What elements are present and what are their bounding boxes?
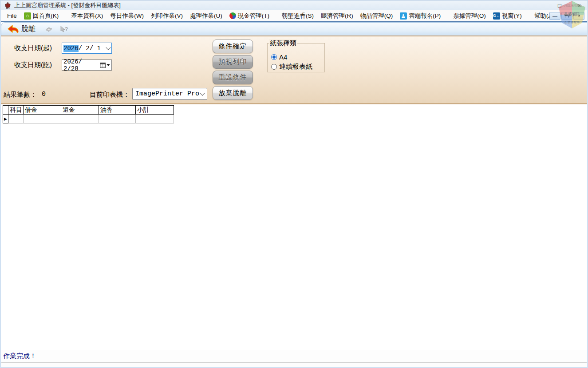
minimize-button[interactable]: — (537, 2, 544, 9)
date-to-text: 2026/ 2/28 (63, 58, 100, 72)
status-bar: 作業完成！ (1, 350, 587, 368)
paper-type-groupbox: 紙張種類 A4 連續報表紙 (267, 43, 325, 72)
chevron-down-icon[interactable] (106, 45, 110, 50)
svg-text:?: ? (65, 26, 68, 32)
pie-chart-icon (229, 12, 236, 19)
home-icon: ⌂ (24, 12, 31, 20)
menu-pilgrimage[interactable]: 朝聖進香(S) (278, 11, 317, 21)
chevron-down-icon (200, 91, 205, 95)
result-count-value: 0 (42, 91, 46, 98)
radio-selected-icon[interactable] (271, 54, 277, 60)
preview-print-button: 預視列印 (213, 55, 253, 69)
detach-button[interactable]: 脫離 (5, 24, 38, 35)
stamp-icon-disabled (44, 26, 53, 33)
report-criteria-panel: 收支日期(起) 2026/ 2/ 1 收支日期(訖) 2026/ 2/28 結果… (1, 36, 587, 104)
menu-window[interactable]: G← 視窗(Y) (489, 11, 525, 21)
menu-file[interactable]: File (4, 11, 20, 20)
paper-type-title: 紙張種類 (269, 39, 297, 47)
reset-criteria-button: 重設條件 (213, 71, 253, 84)
menu-bar: File ⌂ 回首頁(K) 基本資料(X) 每日作業(W) 列印作業(V) 處理… (1, 10, 587, 22)
red-back-arrow-icon (8, 25, 19, 34)
mdi-window-controls: — × (549, 12, 584, 20)
help-cursor-icon[interactable]: ? (59, 26, 69, 33)
cell-subject[interactable] (8, 115, 24, 123)
result-table: 科目 借金 還金 油香 小計 ▶ (3, 105, 174, 123)
menu-basic-data[interactable]: 基本資料(X) (67, 11, 107, 21)
col-header-borrowed[interactable]: 借金 (24, 106, 61, 115)
col-header-subject[interactable]: 科目 (8, 106, 24, 115)
date-picker-button[interactable] (100, 63, 110, 68)
paper-option-a4[interactable]: A4 (271, 53, 287, 61)
date-to-label: 收支日期(訖) (14, 61, 52, 69)
mdi-close-button[interactable]: × (573, 12, 584, 20)
paper-option-a4-label: A4 (279, 53, 287, 61)
menu-goods-management[interactable]: 物品管理(Q) (357, 11, 397, 21)
confirm-criteria-button[interactable]: 條件確定 (213, 40, 253, 53)
col-header-returned[interactable]: 還金 (61, 106, 99, 115)
date-to-input[interactable]: 2026/ 2/28 (62, 59, 112, 71)
cell-borrowed[interactable] (24, 115, 61, 123)
col-header-incense[interactable]: 油香 (99, 106, 136, 115)
col-header-subtotal[interactable]: 小計 (136, 106, 174, 115)
date-from-selected-text: 2026 (63, 45, 79, 52)
paper-option-continuous-label: 連續報表紙 (279, 63, 312, 71)
detach-label: 脫離 (21, 24, 36, 34)
menu-home-select[interactable]: 首頁選擇(L) (585, 11, 588, 21)
menu-process-work[interactable]: 處理作業(U) (186, 11, 226, 21)
row-selector-header (3, 106, 8, 115)
paper-option-continuous[interactable]: 連續報表紙 (271, 63, 312, 71)
table-header-row: 科目 借金 還金 油香 小計 (3, 105, 174, 115)
app-lantern-icon (4, 2, 11, 9)
g-window-icon: G← (493, 12, 500, 20)
title-bar: 上上籤宮廟管理系統 - [發財金科目匯總表] — □ × (1, 0, 587, 10)
mdi-client-area: 科目 借金 還金 油香 小計 ▶ (1, 104, 587, 350)
menu-home[interactable]: ⌂ 回首頁(K) (20, 11, 63, 21)
calendar-icon (100, 63, 106, 68)
menu-ticket-management[interactable]: 票據管理(O) (450, 11, 489, 21)
radio-unselected-icon[interactable] (271, 64, 277, 70)
menu-cloud-registration[interactable]: 雲端報名(P) (396, 11, 444, 21)
dropdown-arrow-icon (107, 64, 110, 66)
menu-relief-management[interactable]: 賑濟管理(R) (317, 11, 357, 21)
abandon-detach-button[interactable]: 放棄脫離 (213, 86, 253, 100)
date-from-input[interactable]: 2026/ 2/ 1 (62, 43, 112, 54)
maximize-button[interactable]: □ (556, 2, 563, 9)
result-count-label: 結果筆數： (4, 91, 37, 99)
mdi-minimize-button[interactable]: — (549, 12, 560, 20)
person-icon (400, 12, 407, 20)
row-selector-arrow-icon: ▶ (3, 115, 8, 123)
cell-subtotal[interactable] (136, 115, 174, 123)
date-from-label: 收支日期(起) (14, 44, 52, 52)
menu-cash-management[interactable]: 現金管理(T) (226, 11, 273, 21)
cell-incense[interactable] (99, 115, 136, 123)
printer-label: 目前印表機： (90, 91, 130, 99)
status-message: 作業完成！ (3, 352, 36, 360)
menu-daily-work[interactable]: 每日作業(W) (107, 11, 147, 21)
app-window: 上上籤宮廟管理系統 - [發財金科目匯總表] — □ × File ⌂ 回首頁(… (0, 0, 588, 368)
toolbar: 脫離 ? (1, 22, 587, 36)
printer-value: ImagePrinter Pro (135, 90, 199, 98)
close-button[interactable]: × (576, 2, 583, 9)
cell-returned[interactable] (61, 115, 99, 123)
status-panel: 作業完成！ (1, 351, 587, 363)
table-row[interactable]: ▶ (3, 115, 174, 123)
printer-select[interactable]: ImagePrinter Pro (132, 88, 207, 100)
mdi-restore-button[interactable] (561, 12, 572, 20)
window-title: 上上籤宮廟管理系統 - [發財金科目匯總表] (14, 1, 121, 9)
date-from-rest-text: / 2/ 1 (79, 45, 101, 52)
menu-print-work[interactable]: 列印作業(V) (147, 11, 186, 21)
